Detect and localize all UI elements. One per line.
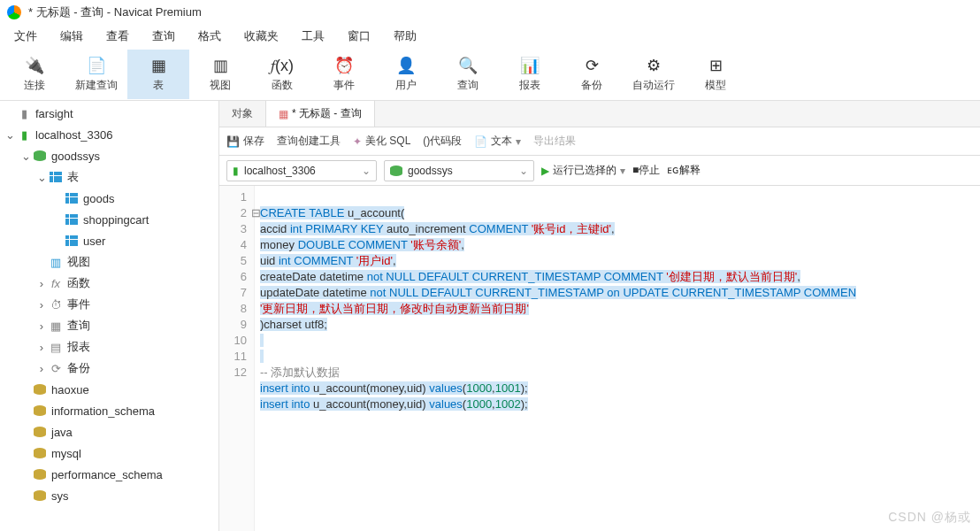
tab-query[interactable]: ▦ * 无标题 - 查询 [266,101,375,127]
connection-select[interactable]: ▮ localhost_3306 ⌄ [226,160,377,181]
tree-label: farsight [35,107,73,120]
connection-tree[interactable]: ▮farsight⌄▮localhost_3306⌄goodssys⌄表good… [0,101,219,531]
tree-arrow-icon[interactable]: › [35,362,48,375]
tree-item-icon [48,169,64,185]
tree-item-icon: ⟳ [48,360,64,376]
line-gutter: 123456789101112 [219,186,255,531]
toolbar-report[interactable]: 📊报表 [499,50,561,99]
tree-performance_schema[interactable]: performance_schema [0,464,218,485]
tree-label: mysql [51,447,81,460]
tree-备份[interactable]: ›⟳备份 [0,358,218,379]
tree-item-icon [32,424,48,440]
tree-label: 查询 [67,318,90,334]
tree-localhost_3306[interactable]: ⌄▮localhost_3306 [0,124,218,145]
magic-icon: ✦ [353,135,362,148]
toolbar-backup[interactable]: ⟳备份 [561,50,623,99]
menu-2[interactable]: 查看 [96,25,140,48]
tree-事件[interactable]: ›⏱事件 [0,294,218,315]
menu-7[interactable]: 窗口 [337,25,381,48]
event-icon: ⏰ [333,55,355,76]
toolbar-view[interactable]: ▥视图 [189,50,251,99]
run-button[interactable]: ▶ 运行已选择的 ▾ [541,163,625,178]
menu-5[interactable]: 收藏夹 [234,25,289,48]
tree-报表[interactable]: ›▤报表 [0,336,218,358]
report-icon: 📊 [519,55,540,76]
menu-6[interactable]: 工具 [291,25,335,48]
tree-arrow-icon[interactable]: › [35,277,48,290]
tree-label: goods [83,192,114,205]
tree-label: 函数 [67,275,90,291]
chevron-down-icon: ▾ [516,135,521,148]
tree-item-icon [32,148,48,164]
toolbar-auto[interactable]: ⚙自动运行 [623,50,685,99]
menu-1[interactable]: 编辑 [50,25,94,48]
code-area[interactable]: ⊟CREATE TABLE u_account( accid int PRIMA… [255,186,980,531]
tree-mysql[interactable]: mysql [0,442,218,464]
tree-item-icon: ⏱ [48,296,64,312]
tree-label: 视图 [67,254,90,270]
tree-item-icon [64,233,80,249]
tree-item-icon [32,445,48,461]
explain-button[interactable]: ᴇɢ解释 [667,163,701,178]
tree-goods[interactable]: goods [0,188,218,209]
tree-sys[interactable]: sys [0,485,218,506]
tab-strip: 对象 ▦ * 无标题 - 查询 [219,101,980,127]
toolbar-newq[interactable]: 📄新建查询 [65,50,127,99]
fold-marker-icon[interactable]: ⊟ [255,205,261,221]
sql-editor[interactable]: 123456789101112 ⊟CREATE TABLE u_account(… [219,186,980,531]
toolbar-user[interactable]: 👤用户 [375,50,437,99]
content-area: 对象 ▦ * 无标题 - 查询 💾保存 查询创建工具 ✦美化 SQL ()代码段… [219,101,980,531]
snippet-button[interactable]: ()代码段 [423,134,462,149]
toolbar-func[interactable]: 𝑓(x)函数 [251,50,313,99]
tree-arrow-icon[interactable]: › [35,319,48,333]
database-icon [390,165,402,176]
save-icon: 💾 [226,135,240,148]
tree-item-icon: fx [48,275,64,291]
tree-shoppingcart[interactable]: shoppingcart [0,209,218,230]
stop-button: ■停止 [632,163,660,178]
toolbar-table[interactable]: ▦表 [127,50,189,99]
save-button[interactable]: 💾保存 [226,134,264,149]
tab-objects[interactable]: 对象 [219,101,266,127]
tree-arrow-icon[interactable]: ⌄ [19,150,32,163]
tree-查询[interactable]: ›▦查询 [0,315,218,336]
tree-item-icon [32,381,48,397]
tree-label: haoxue [51,383,89,396]
tree-label: 表 [67,169,79,185]
tree-函数[interactable]: ›fx函数 [0,273,218,294]
tree-goodssys[interactable]: ⌄goodssys [0,145,218,166]
menu-3[interactable]: 查询 [142,25,186,48]
tree-arrow-icon[interactable]: › [35,298,48,312]
table-icon: ▦ [148,55,169,76]
tree-label: performance_schema [51,468,163,481]
menu-4[interactable]: 格式 [188,25,232,48]
tree-haoxue[interactable]: haoxue [0,379,218,400]
database-select[interactable]: goodssys ⌄ [384,160,534,181]
toolbar-event[interactable]: ⏰事件 [313,50,375,99]
tree-arrow-icon[interactable]: ⌄ [4,128,16,142]
tree-label: shoppingcart [83,213,149,227]
toolbar-query[interactable]: 🔍查询 [437,50,499,99]
toolbar-model[interactable]: ⊞模型 [685,50,746,99]
text-dropdown[interactable]: 📄文本▾ [474,134,521,149]
tree-item-icon: ▮ [16,127,32,142]
menubar: 文件编辑查看查询格式收藏夹工具窗口帮助 [0,25,980,48]
query-builder-button[interactable]: 查询创建工具 [277,134,341,149]
tree-farsight[interactable]: ▮farsight [0,103,218,124]
tree-user[interactable]: user [0,230,218,251]
tree-label: 报表 [67,339,90,355]
chevron-down-icon: ▾ [620,165,625,177]
query-icon: 🔍 [457,55,479,76]
tree-表[interactable]: ⌄表 [0,166,218,188]
toolbar-plug[interactable]: 🔌连接 [4,50,65,99]
tree-arrow-icon[interactable]: › [35,341,48,354]
menu-0[interactable]: 文件 [4,25,48,48]
tree-information_schema[interactable]: information_schema [0,400,218,421]
newq-icon: 📄 [86,55,107,76]
beautify-sql-button[interactable]: ✦美化 SQL [353,134,410,149]
tree-java[interactable]: java [0,421,218,442]
tree-arrow-icon[interactable]: ⌄ [35,171,48,184]
tree-label: sys [51,489,69,503]
tree-视图[interactable]: ▥视图 [0,251,218,273]
menu-8[interactable]: 帮助 [383,25,427,48]
